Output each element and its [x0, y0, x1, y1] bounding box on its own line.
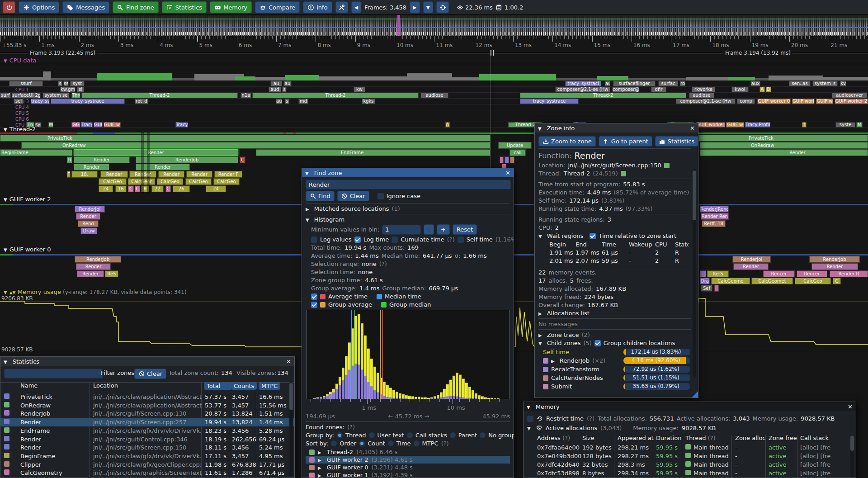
- zone[interactable]: composer@2.1-se (Hw: [676, 99, 736, 104]
- zone[interactable]: 26: [173, 185, 190, 192]
- zone[interactable]: GG: [71, 122, 80, 128]
- zone[interactable]: Render: [76, 213, 100, 220]
- zone[interactable]: M: [856, 122, 863, 128]
- zone[interactable]: Thre: [71, 93, 80, 98]
- clear-button[interactable]: Clear: [337, 191, 369, 201]
- zone[interactable]: au: [270, 81, 282, 86]
- zone[interactable]: Render: [733, 263, 769, 270]
- radio-button[interactable]: [450, 432, 456, 438]
- zone[interactable]: f: [802, 122, 807, 128]
- zone[interactable]: CalcGeo: [795, 278, 831, 284]
- zone[interactable]: audiose: [420, 93, 448, 98]
- cpu-usage-graph[interactable]: [0, 68, 868, 80]
- wait-region-row[interactable]: 2.01 ms2.07 ms59 µs-2R: [538, 257, 691, 265]
- zone[interactable]: CalcGeo: [185, 178, 212, 185]
- next-frame-button[interactable]: ▶: [410, 1, 420, 13]
- zone[interactable]: n1a: [241, 93, 251, 98]
- min-bin-input[interactable]: 1: [382, 225, 421, 235]
- zone[interactable]: M: [48, 122, 53, 128]
- radio-button[interactable]: [480, 432, 486, 438]
- zone[interactable]: CalcGeo: [99, 178, 127, 185]
- find-zone-query-input[interactable]: Render: [306, 180, 511, 189]
- zone[interactable]: Render: [811, 263, 858, 270]
- collapse-icon[interactable]: [538, 340, 544, 346]
- col-thread[interactable]: Thread (?): [685, 435, 716, 441]
- zone[interactable]: s: [285, 99, 289, 104]
- zone[interactable]: surfac: [658, 81, 678, 86]
- thread-header[interactable]: GUIF worker 0: [4, 246, 51, 253]
- child-zone-row[interactable]: CalcRenderNodes51.51 us (1.15%): [538, 374, 691, 382]
- zone[interactable]: aux: [750, 81, 760, 86]
- col-counts-button[interactable]: Counts: [231, 382, 257, 390]
- memory-titlebar[interactable]: Memory✕: [524, 402, 856, 411]
- zone[interactable]: Re5: [105, 270, 118, 277]
- zone[interactable]: Rencer: [763, 270, 795, 277]
- tools-button[interactable]: [335, 1, 348, 13]
- close-icon[interactable]: ✕: [848, 403, 853, 410]
- zone[interactable]: Render: [74, 149, 238, 156]
- zone[interactable]: system_s: [812, 81, 838, 86]
- allocation-row[interactable]: 0x7dfc42d64032 bytes298.3 ms59.95 sMain …: [524, 461, 856, 469]
- wait-region-row[interactable]: 1.91 ms1.97 ms61 µs-2R: [538, 249, 691, 257]
- zone[interactable]: tracy_sys: [31, 99, 50, 104]
- zone[interactable]: Rencer: [797, 270, 827, 277]
- zone[interactable]: RenderJob: [75, 256, 121, 263]
- min-bin-plus-button[interactable]: +: [437, 224, 450, 235]
- stats-row[interactable]: Renderjni/../jni/src/guif/Control.cpp:34…: [0, 435, 294, 444]
- zone[interactable]: 24: [99, 185, 113, 192]
- reset-button[interactable]: Reset: [453, 224, 477, 235]
- zone[interactable]: Render R: [830, 270, 868, 277]
- zone[interactable]: A: [760, 87, 765, 92]
- zone[interactable]: CalcGeomet: [751, 278, 793, 284]
- stats-row[interactable]: EndFramejni/../jni/src/claw/gfx/drv/vk/D…: [0, 427, 294, 435]
- zone[interactable]: s: [58, 81, 62, 86]
- zone-info-titlebar[interactable]: Zone info✕: [535, 123, 698, 133]
- zone[interactable]: Render: [700, 149, 868, 156]
- zone[interactable]: syst: [35, 122, 42, 128]
- expand-icon[interactable]: [538, 331, 544, 338]
- zone[interactable]: Render Ren: [701, 213, 729, 220]
- stats-scrollbar[interactable]: [289, 382, 293, 476]
- restrict-time-checkbox[interactable]: [527, 416, 533, 422]
- zone[interactable]: Thread-2: [252, 93, 419, 98]
- stats-row[interactable]: CalcGeometryjni/../jni/src/claw/graphics…: [0, 469, 294, 477]
- zone[interactable]: audiose: [689, 93, 714, 98]
- find-zone-titlebar[interactable]: Find zone✕: [302, 168, 514, 177]
- zone[interactable]: PrivateTick: [0, 135, 491, 142]
- zone[interactable]: tracy_systraci: [565, 81, 601, 86]
- zone[interactable]: RenderJol: [75, 206, 105, 213]
- zone[interactable]: Tracy Profiler: [745, 122, 770, 128]
- zone[interactable]: CalcGeo: [157, 178, 183, 185]
- zone[interactable]: GUIF w: [816, 99, 833, 104]
- zone[interactable]: Render: [74, 164, 109, 170]
- legend-checkbox[interactable]: [311, 302, 317, 308]
- zone[interactable]: rkworke: [692, 87, 715, 92]
- memory-button[interactable]: Memory: [210, 1, 252, 13]
- zone[interactable]: 24: [206, 185, 226, 192]
- stats-row[interactable]: RenderJobjni/../jni/src/guif/Screen.cpp:…: [0, 410, 294, 418]
- zone[interactable]: sen..as: [789, 81, 811, 86]
- option-checkbox[interactable]: [392, 237, 398, 243]
- zone[interactable]: kgks: [362, 99, 375, 104]
- stats-filter-input[interactable]: [4, 369, 103, 379]
- zone[interactable]: GUI: [94, 122, 103, 128]
- zone[interactable]: Render: [158, 171, 184, 178]
- zone[interactable]: kv: [840, 81, 846, 86]
- zone[interactable]: Render: [186, 171, 212, 178]
- zone[interactable]: RerS: [707, 270, 729, 277]
- zone[interactable]: rot: [680, 81, 685, 86]
- close-icon[interactable]: ✕: [690, 125, 695, 132]
- zone[interactable]: GUIF worke: [792, 99, 815, 104]
- option-checkbox[interactable]: [354, 237, 361, 243]
- time-ruler[interactable]: +55.83 s 1 ms2 ms3 ms4 ms5 ms6 ms7 ms8 m…: [0, 36, 868, 50]
- stats-row[interactable]: Clipperjni/../jni/src/claw/gfx/geo/Clipp…: [0, 461, 294, 469]
- zone[interactable]: Rend: [78, 220, 99, 227]
- close-icon[interactable]: ✕: [286, 358, 291, 365]
- col-call-stack[interactable]: Call stack: [800, 435, 829, 441]
- zone[interactable]: surf: [0, 93, 11, 98]
- zone[interactable]: C: [128, 185, 134, 192]
- stats-row[interactable]: BeginFramejni/../jni/src/claw/gfx/drv/vk…: [0, 452, 294, 460]
- zone[interactable]: call: [509, 149, 526, 156]
- thread-color-swatch[interactable]: [621, 171, 626, 176]
- zone[interactable]: au: [605, 81, 610, 86]
